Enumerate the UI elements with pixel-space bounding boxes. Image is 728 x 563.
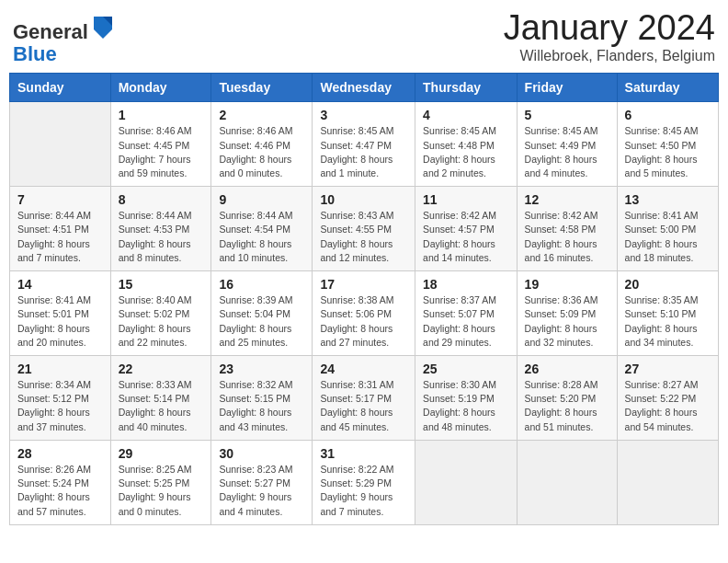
calendar-cell: 23Sunrise: 8:32 AM Sunset: 5:15 PM Dayli… <box>211 356 313 441</box>
day-info: Sunrise: 8:44 AM Sunset: 4:54 PM Dayligh… <box>219 209 304 265</box>
day-info: Sunrise: 8:41 AM Sunset: 5:00 PM Dayligh… <box>625 209 711 265</box>
day-info: Sunrise: 8:36 AM Sunset: 5:09 PM Dayligh… <box>525 293 609 350</box>
day-info: Sunrise: 8:25 AM Sunset: 5:25 PM Dayligh… <box>119 463 204 519</box>
day-number: 21 <box>17 362 103 376</box>
calendar-cell: 17Sunrise: 8:38 AM Sunset: 5:06 PM Dayli… <box>313 271 415 356</box>
week-row-2: 7Sunrise: 8:44 AM Sunset: 4:51 PM Daylig… <box>10 187 719 271</box>
day-number: 19 <box>525 277 609 292</box>
day-info: Sunrise: 8:43 AM Sunset: 4:55 PM Dayligh… <box>320 209 407 265</box>
day-number: 5 <box>525 108 609 122</box>
calendar-cell: 3Sunrise: 8:45 AM Sunset: 4:47 PM Daylig… <box>313 102 415 187</box>
week-row-3: 14Sunrise: 8:41 AM Sunset: 5:01 PM Dayli… <box>10 271 719 356</box>
calendar-cell: 6Sunrise: 8:45 AM Sunset: 4:50 PM Daylig… <box>617 102 718 187</box>
calendar-cell: 21Sunrise: 8:34 AM Sunset: 5:12 PM Dayli… <box>10 356 111 441</box>
logo-blue-text: Blue <box>13 42 57 65</box>
week-row-1: 1Sunrise: 8:46 AM Sunset: 4:45 PM Daylig… <box>10 102 719 187</box>
logo-icon <box>90 13 116 39</box>
day-number: 9 <box>219 192 304 207</box>
calendar-cell: 25Sunrise: 8:30 AM Sunset: 5:19 PM Dayli… <box>415 356 518 441</box>
calendar-cell: 2Sunrise: 8:46 AM Sunset: 4:46 PM Daylig… <box>211 102 313 187</box>
calendar-cell: 24Sunrise: 8:31 AM Sunset: 5:17 PM Dayli… <box>313 356 415 441</box>
calendar-cell: 28Sunrise: 8:26 AM Sunset: 5:24 PM Dayli… <box>10 440 111 524</box>
day-info: Sunrise: 8:28 AM Sunset: 5:20 PM Dayligh… <box>525 378 609 434</box>
day-number: 14 <box>17 277 103 292</box>
day-info: Sunrise: 8:42 AM Sunset: 4:57 PM Dayligh… <box>423 209 509 265</box>
header-cell-wednesday: Wednesday <box>313 74 415 102</box>
day-info: Sunrise: 8:37 AM Sunset: 5:07 PM Dayligh… <box>423 293 509 350</box>
day-number: 7 <box>17 192 103 207</box>
header-row: SundayMondayTuesdayWednesdayThursdayFrid… <box>10 74 719 102</box>
calendar-cell <box>10 102 111 187</box>
week-row-5: 28Sunrise: 8:26 AM Sunset: 5:24 PM Dayli… <box>10 440 719 524</box>
day-info: Sunrise: 8:33 AM Sunset: 5:14 PM Dayligh… <box>119 378 204 434</box>
calendar-cell: 20Sunrise: 8:35 AM Sunset: 5:10 PM Dayli… <box>617 271 718 356</box>
calendar-cell: 10Sunrise: 8:43 AM Sunset: 4:55 PM Dayli… <box>313 187 415 271</box>
day-number: 16 <box>219 277 304 292</box>
day-info: Sunrise: 8:22 AM Sunset: 5:29 PM Dayligh… <box>320 463 407 519</box>
day-info: Sunrise: 8:27 AM Sunset: 5:22 PM Dayligh… <box>625 378 711 434</box>
day-number: 6 <box>625 108 711 122</box>
day-number: 10 <box>320 192 407 207</box>
day-number: 24 <box>320 362 407 376</box>
day-info: Sunrise: 8:44 AM Sunset: 4:53 PM Dayligh… <box>119 209 204 265</box>
calendar-cell: 30Sunrise: 8:23 AM Sunset: 5:27 PM Dayli… <box>211 440 313 524</box>
calendar-cell: 8Sunrise: 8:44 AM Sunset: 4:53 PM Daylig… <box>110 187 211 271</box>
day-number: 1 <box>119 108 204 122</box>
header-cell-sunday: Sunday <box>10 74 111 102</box>
day-info: Sunrise: 8:39 AM Sunset: 5:04 PM Dayligh… <box>219 293 304 350</box>
day-info: Sunrise: 8:42 AM Sunset: 4:58 PM Dayligh… <box>525 209 609 265</box>
calendar-table: SundayMondayTuesdayWednesdayThursdayFrid… <box>9 73 719 524</box>
day-number: 2 <box>219 108 304 122</box>
calendar-cell: 4Sunrise: 8:45 AM Sunset: 4:48 PM Daylig… <box>415 102 518 187</box>
calendar-cell <box>517 440 617 524</box>
calendar-cell: 19Sunrise: 8:36 AM Sunset: 5:09 PM Dayli… <box>517 271 617 356</box>
day-info: Sunrise: 8:26 AM Sunset: 5:24 PM Dayligh… <box>17 463 103 519</box>
page-header: General Blue January 2024 Willebroek, Fl… <box>9 9 719 65</box>
day-number: 4 <box>423 108 509 122</box>
day-number: 30 <box>219 446 304 461</box>
day-number: 17 <box>320 277 407 292</box>
calendar-cell: 5Sunrise: 8:45 AM Sunset: 4:49 PM Daylig… <box>517 102 617 187</box>
calendar-cell: 16Sunrise: 8:39 AM Sunset: 5:04 PM Dayli… <box>211 271 313 356</box>
calendar-cell: 22Sunrise: 8:33 AM Sunset: 5:14 PM Dayli… <box>110 356 211 441</box>
month-title: January 2024 <box>504 9 715 48</box>
calendar-cell <box>415 440 518 524</box>
day-info: Sunrise: 8:45 AM Sunset: 4:49 PM Dayligh… <box>525 124 609 180</box>
calendar-cell: 31Sunrise: 8:22 AM Sunset: 5:29 PM Dayli… <box>313 440 415 524</box>
day-info: Sunrise: 8:45 AM Sunset: 4:50 PM Dayligh… <box>625 124 711 180</box>
day-info: Sunrise: 8:38 AM Sunset: 5:06 PM Dayligh… <box>320 293 407 350</box>
day-number: 28 <box>17 446 103 461</box>
day-info: Sunrise: 8:44 AM Sunset: 4:51 PM Dayligh… <box>17 209 103 265</box>
day-number: 20 <box>625 277 711 292</box>
header-cell-saturday: Saturday <box>617 74 718 102</box>
day-number: 25 <box>423 362 509 376</box>
day-number: 18 <box>423 277 509 292</box>
day-info: Sunrise: 8:45 AM Sunset: 4:48 PM Dayligh… <box>423 124 509 180</box>
day-info: Sunrise: 8:23 AM Sunset: 5:27 PM Dayligh… <box>219 463 304 519</box>
title-area: January 2024 Willebroek, Flanders, Belgi… <box>504 9 715 64</box>
calendar-cell: 11Sunrise: 8:42 AM Sunset: 4:57 PM Dayli… <box>415 187 518 271</box>
day-number: 8 <box>119 192 204 207</box>
day-info: Sunrise: 8:41 AM Sunset: 5:01 PM Dayligh… <box>17 293 103 350</box>
day-info: Sunrise: 8:40 AM Sunset: 5:02 PM Dayligh… <box>119 293 204 350</box>
location: Willebroek, Flanders, Belgium <box>504 48 715 64</box>
day-info: Sunrise: 8:32 AM Sunset: 5:15 PM Dayligh… <box>219 378 304 434</box>
day-info: Sunrise: 8:35 AM Sunset: 5:10 PM Dayligh… <box>625 293 711 350</box>
day-number: 15 <box>119 277 204 292</box>
calendar-cell: 9Sunrise: 8:44 AM Sunset: 4:54 PM Daylig… <box>211 187 313 271</box>
calendar-cell: 13Sunrise: 8:41 AM Sunset: 5:00 PM Dayli… <box>617 187 718 271</box>
day-info: Sunrise: 8:31 AM Sunset: 5:17 PM Dayligh… <box>320 378 407 434</box>
day-number: 29 <box>119 446 204 461</box>
calendar-cell: 18Sunrise: 8:37 AM Sunset: 5:07 PM Dayli… <box>415 271 518 356</box>
calendar-cell: 27Sunrise: 8:27 AM Sunset: 5:22 PM Dayli… <box>617 356 718 441</box>
day-info: Sunrise: 8:34 AM Sunset: 5:12 PM Dayligh… <box>17 378 103 434</box>
day-info: Sunrise: 8:30 AM Sunset: 5:19 PM Dayligh… <box>423 378 509 434</box>
day-number: 12 <box>525 192 609 207</box>
header-cell-monday: Monday <box>110 74 211 102</box>
calendar-cell: 15Sunrise: 8:40 AM Sunset: 5:02 PM Dayli… <box>110 271 211 356</box>
day-number: 26 <box>525 362 609 376</box>
day-info: Sunrise: 8:45 AM Sunset: 4:47 PM Dayligh… <box>320 124 407 180</box>
day-number: 11 <box>423 192 509 207</box>
day-number: 31 <box>320 446 407 461</box>
calendar-body: 1Sunrise: 8:46 AM Sunset: 4:45 PM Daylig… <box>10 102 719 524</box>
